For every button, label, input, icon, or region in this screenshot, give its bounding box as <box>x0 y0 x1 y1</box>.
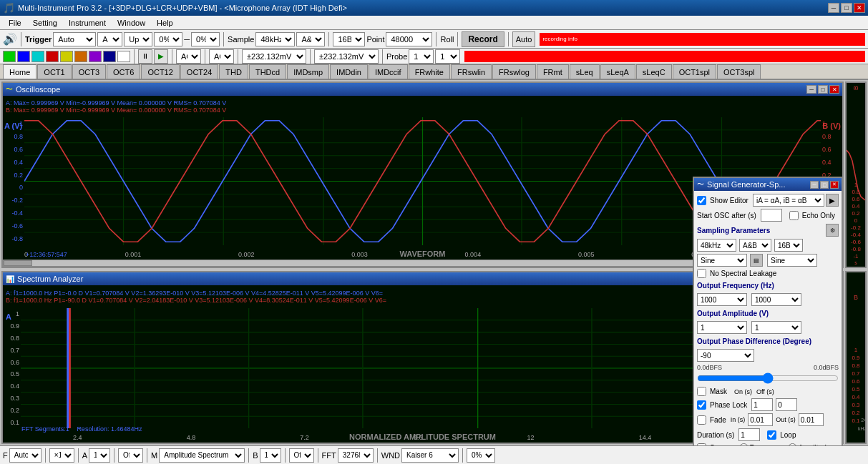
tab-oct3[interactable]: OCT3 <box>72 64 106 79</box>
amp2-select[interactable]: 1 <box>751 321 801 334</box>
fft-value-select[interactable]: 32768 <box>338 448 374 463</box>
color-btn-red[interactable] <box>46 51 59 62</box>
wnd-select[interactable]: Kaiser 6 <box>401 448 459 463</box>
sweep-checkbox[interactable] <box>697 443 706 445</box>
color-btn-cyan[interactable] <box>31 51 44 62</box>
tab-sleq[interactable]: sLeq <box>570 64 600 79</box>
wave-type-a-select[interactable]: Sine <box>697 254 747 267</box>
bitdepth-select[interactable]: 16Bit <box>333 32 365 46</box>
tab-imdsmp[interactable]: IMDsmp <box>287 64 329 79</box>
status-pct-select[interactable]: 0% <box>467 448 495 463</box>
x1-select[interactable]: ×1 <box>49 448 74 463</box>
range1-select[interactable]: ±232.132mV <box>242 49 306 64</box>
duration-input[interactable] <box>738 428 760 441</box>
phase-lock-input2[interactable] <box>776 398 797 411</box>
bitdepth-sg-select[interactable]: 16Bit <box>774 239 803 252</box>
tab-oct12[interactable]: OCT12 <box>141 64 179 79</box>
status-a-select[interactable]: 1 <box>89 448 110 463</box>
status-off1-select[interactable]: Off <box>118 448 143 463</box>
f-auto-select[interactable]: Auto <box>9 448 42 463</box>
amplitude-spectrum-select[interactable]: Amplitude Spectrum <box>159 448 245 463</box>
osc-scroll-thumb[interactable] <box>4 260 32 266</box>
tab-frswlin[interactable]: FRswlin <box>451 64 492 79</box>
wave-options-a-btn[interactable]: ▤ <box>750 254 763 267</box>
probe2-select[interactable]: 1 <box>435 49 460 64</box>
color-btn-blue[interactable] <box>17 51 30 62</box>
status-off2-select[interactable]: Off <box>289 448 314 463</box>
menu-setting[interactable]: Setting <box>27 17 63 29</box>
trigger-select[interactable]: Auto <box>53 32 96 46</box>
tab-imdccif[interactable]: IMDccif <box>369 64 408 79</box>
record-button[interactable]: Record <box>462 31 504 47</box>
status-b-select[interactable]: 1 <box>260 448 281 463</box>
frequency-radio[interactable] <box>739 443 748 445</box>
amp1-select[interactable]: 1 <box>697 321 747 334</box>
tab-sleqa[interactable]: sLeqA <box>600 64 635 79</box>
color-btn-darkblue[interactable] <box>103 51 116 62</box>
probe1-select[interactable]: 1 <box>409 49 434 64</box>
channels-sg-select[interactable]: A&B <box>739 239 771 252</box>
sampling-params-btn[interactable]: ⚙ <box>826 224 839 237</box>
coupling-select-2[interactable]: AC <box>209 49 234 64</box>
direction-select[interactable]: Up <box>124 32 152 46</box>
close-button[interactable]: ✕ <box>854 3 865 13</box>
fade-checkbox[interactable] <box>697 415 706 425</box>
sig-gen-minimize[interactable]: ─ <box>810 181 819 189</box>
osc-close[interactable]: ✕ <box>829 85 839 94</box>
loop-checkbox[interactable] <box>767 430 776 440</box>
tab-thdcd[interactable]: THDcd <box>249 64 286 79</box>
color-btn-green[interactable] <box>3 51 16 62</box>
freq1-select[interactable]: 1000 <box>697 293 747 306</box>
mask-checkbox[interactable] <box>697 387 706 396</box>
start-osc-input[interactable]: 0 <box>761 209 782 222</box>
color-btn-purple[interactable] <box>89 51 102 62</box>
tab-oct1spl[interactable]: OCT1spl <box>673 64 716 79</box>
sig-gen-close[interactable]: ✕ <box>830 181 839 189</box>
osc-minimize[interactable]: ─ <box>806 85 816 94</box>
maximize-button[interactable]: □ <box>841 3 852 13</box>
fade-out-input[interactable] <box>799 413 824 426</box>
fade-in-input[interactable] <box>748 413 773 426</box>
pct1-select[interactable]: 0% <box>154 32 182 46</box>
play-sig-btn[interactable]: ▶ <box>826 194 839 207</box>
menu-file[interactable]: File <box>3 17 27 29</box>
editor-formula-select[interactable]: iA = αA, iB = αB <box>753 194 824 207</box>
pause-button[interactable]: ⏸ <box>138 49 152 64</box>
color-btn-orange[interactable] <box>74 51 87 62</box>
play-button[interactable]: ▶ <box>154 49 168 64</box>
tab-oct6[interactable]: OCT6 <box>107 64 140 79</box>
pct2-select[interactable]: 0% <box>191 32 220 46</box>
freq2-select[interactable]: 1000 <box>751 293 801 306</box>
range2-select[interactable]: ±232.132mV <box>314 49 379 64</box>
color-btn-white[interactable] <box>117 51 130 62</box>
point-select[interactable]: 48000 <box>386 32 432 46</box>
color-btn-yellow[interactable] <box>60 51 73 62</box>
channel-select[interactable]: A <box>97 32 122 46</box>
tab-imddin[interactable]: IMDdin <box>330 64 368 79</box>
phase-lock-input1[interactable] <box>751 398 773 411</box>
coupling-select-1[interactable]: AC <box>176 49 201 64</box>
tab-frswlog[interactable]: FRswlog <box>492 64 536 79</box>
spectral-leakage-checkbox[interactable] <box>697 269 706 278</box>
amplitude-radio[interactable] <box>788 443 797 445</box>
tab-oct24[interactable]: OCT24 <box>180 64 218 79</box>
phase-lock-checkbox[interactable] <box>697 400 706 410</box>
tab-oct3spl[interactable]: OCT3spl <box>717 64 761 79</box>
amplitude-slider[interactable] <box>697 372 839 384</box>
osc-maximize[interactable]: □ <box>818 85 828 94</box>
tab-frwhite[interactable]: FRwhite <box>409 64 450 79</box>
auto-button[interactable]: Auto <box>512 31 536 47</box>
show-editor-checkbox[interactable] <box>697 196 706 205</box>
echo-only-checkbox[interactable] <box>789 211 799 220</box>
channels-select[interactable]: A&B <box>296 32 325 46</box>
sig-gen-restore[interactable]: □ <box>820 181 829 189</box>
menu-instrument[interactable]: Instrument <box>63 17 112 29</box>
tab-home[interactable]: Home <box>3 64 36 79</box>
tab-oct1[interactable]: OCT1 <box>37 64 71 79</box>
phase-diff-select[interactable]: -90 <box>697 349 754 362</box>
tab-thd[interactable]: THD <box>219 64 248 79</box>
sample-rate-sg-select[interactable]: 48kHz <box>697 239 736 252</box>
menu-window[interactable]: Window <box>112 17 151 29</box>
tab-sleqc[interactable]: sLeqC <box>636 64 672 79</box>
menu-help[interactable]: Help <box>151 17 179 29</box>
